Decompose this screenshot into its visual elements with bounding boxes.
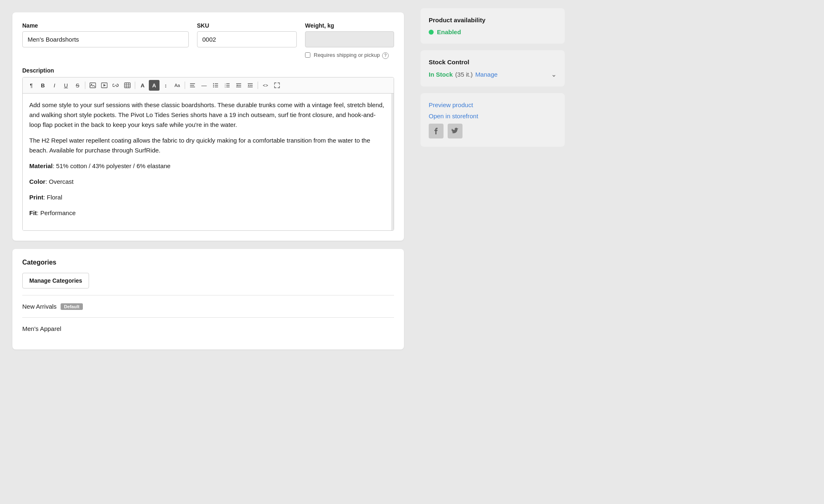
toolbar-divider-4 (258, 82, 258, 89)
sku-label: SKU (197, 22, 297, 29)
enabled-dot (429, 30, 434, 35)
svg-rect-0 (90, 83, 96, 88)
stock-title: Stock Control (429, 59, 556, 66)
editor-para-2: The H2 Repel water repellent coating all… (29, 136, 387, 155)
shipping-row: Requires shipping or pickup ? (305, 52, 394, 59)
sku-field-group: SKU (197, 22, 297, 59)
weight-field-group: Weight, kg Requires shipping or pickup ? (305, 22, 394, 59)
sidebar: Product availability Enabled Stock Contr… (412, 0, 573, 504)
toolbar-bold[interactable]: B (38, 80, 48, 91)
toolbar-font-size[interactable]: Aa (172, 80, 183, 91)
toolbar-numbered-list[interactable]: 1.2.3. (222, 80, 232, 91)
toolbar-divider-1 (85, 82, 85, 89)
stock-row: In Stock (35 it.) Manage ⌄ (429, 70, 556, 78)
enabled-text: Enabled (437, 28, 461, 35)
availability-row: Enabled (429, 28, 556, 35)
categories-card: Categories Manage Categories New Arrival… (12, 249, 404, 349)
category-item-mens-apparel: Men's Apparel (22, 318, 394, 340)
editor-body[interactable]: Add some style to your surf sessions wit… (23, 94, 394, 230)
svg-point-12 (213, 83, 214, 84)
sku-input[interactable] (197, 31, 297, 47)
twitter-button[interactable] (448, 124, 462, 138)
editor-container: ¶ B I U S (22, 77, 394, 231)
toolbar-indent-decrease[interactable] (233, 80, 244, 91)
facebook-button[interactable] (429, 124, 444, 138)
category-item-new-arrivals: New Arrivals Default (22, 295, 394, 318)
toolbar-font-color[interactable]: A (137, 80, 148, 91)
toolbar-table[interactable] (122, 80, 133, 91)
toolbar-image[interactable] (87, 80, 98, 91)
toolbar-divider-line[interactable]: — (199, 80, 209, 91)
links-card: Preview product Open in storefront (420, 93, 565, 147)
svg-text:3.: 3. (225, 86, 226, 88)
svg-point-16 (213, 87, 214, 87)
name-field-group: Name (22, 22, 189, 59)
manage-categories-button[interactable]: Manage Categories (22, 273, 89, 288)
availability-card: Product availability Enabled (420, 8, 565, 44)
scrollbar-track (391, 94, 394, 230)
chevron-down-icon[interactable]: ⌄ (551, 70, 556, 78)
editor-para-4: Color: Overcast (29, 177, 387, 187)
preview-product-link[interactable]: Preview product (429, 101, 556, 108)
weight-label: Weight, kg (305, 22, 394, 29)
category-name-mens-apparel: Men's Apparel (22, 325, 61, 332)
toolbar-line-height[interactable]: ↕ (160, 80, 171, 91)
toolbar-video[interactable] (99, 80, 110, 91)
availability-title: Product availability (429, 16, 556, 23)
weight-input[interactable] (305, 31, 394, 47)
stock-count: (35 it.) (455, 71, 473, 78)
toolbar-bullet-list[interactable] (210, 80, 221, 91)
svg-point-14 (213, 85, 214, 86)
editor-para-6: Fit: Performance (29, 208, 387, 218)
svg-rect-4 (124, 83, 130, 88)
help-icon[interactable]: ? (382, 52, 389, 59)
default-badge: Default (61, 303, 82, 310)
toolbar-divider-3 (185, 82, 185, 89)
toolbar-bg-color[interactable]: A (149, 80, 160, 91)
svg-marker-31 (248, 84, 249, 86)
toolbar-divider-2 (135, 82, 135, 89)
name-input[interactable] (22, 31, 189, 47)
shipping-checkbox[interactable] (305, 52, 310, 58)
toolbar-align[interactable] (187, 80, 198, 91)
open-storefront-link[interactable]: Open in storefront (429, 113, 556, 120)
stock-card: Stock Control In Stock (35 it.) Manage ⌄ (420, 50, 565, 87)
shipping-label: Requires shipping or pickup ? (314, 52, 389, 59)
editor-para-5: Print: Floral (29, 192, 387, 202)
category-name-new-arrivals: New Arrivals (22, 303, 56, 310)
fields-row: Name SKU Weight, kg Requires shipping or… (22, 22, 394, 59)
svg-marker-27 (236, 84, 237, 86)
categories-title: Categories (22, 259, 394, 266)
toolbar-paragraph[interactable]: ¶ (26, 80, 37, 91)
in-stock-text: In Stock (429, 71, 453, 78)
product-info-card: Name SKU Weight, kg Requires shipping or… (12, 12, 404, 241)
description-section: Description ¶ B I U S (22, 67, 394, 231)
social-row (429, 124, 556, 138)
name-label: Name (22, 22, 189, 29)
svg-marker-3 (103, 84, 106, 87)
editor-para-3: Material: 51% cotton / 43% polyester / 6… (29, 161, 387, 171)
toolbar-italic[interactable]: I (49, 80, 60, 91)
editor-toolbar: ¶ B I U S (23, 77, 394, 94)
toolbar-fullscreen[interactable] (272, 80, 282, 91)
toolbar-strikethrough[interactable]: S (72, 80, 83, 91)
description-label: Description (22, 67, 394, 74)
toolbar-link[interactable] (110, 80, 121, 91)
manage-stock-link[interactable]: Manage (475, 71, 498, 78)
toolbar-underline[interactable]: U (61, 80, 71, 91)
toolbar-code[interactable]: <> (260, 80, 271, 91)
editor-para-1: Add some style to your surf sessions wit… (29, 100, 387, 130)
toolbar-indent-increase[interactable] (245, 80, 256, 91)
